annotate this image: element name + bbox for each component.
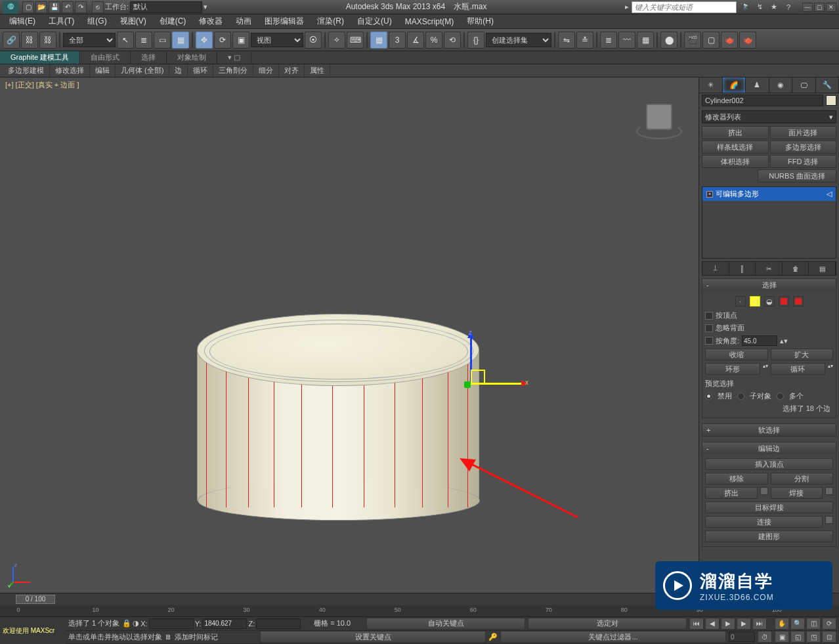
rs-loop[interactable]: 循环 <box>188 64 213 77</box>
viewcube-ring[interactable] <box>636 123 682 139</box>
maxscript-mini[interactable]: 欢迎使用 MAXScr <box>0 617 66 644</box>
editnamed-icon[interactable]: {} <box>467 32 484 49</box>
remove-button[interactable]: 移除 <box>705 473 768 484</box>
current-frame-input[interactable] <box>729 632 755 642</box>
qat-redo-icon[interactable]: ↷ <box>75 1 87 13</box>
rs-edge[interactable]: 边 <box>169 64 188 77</box>
asnap-icon[interactable]: ∡ <box>407 32 424 49</box>
create-tab-icon[interactable]: ✳ <box>699 77 723 93</box>
qat-save-icon[interactable]: 💾 <box>49 1 60 13</box>
shrink-button[interactable]: 收缩 <box>705 349 768 360</box>
iso-icon[interactable]: ◑ <box>133 619 139 628</box>
sellock-button[interactable]: 选定对 <box>528 618 687 630</box>
menu-anim[interactable]: 动画 <box>229 14 258 28</box>
mirror-icon[interactable]: ⇋ <box>558 32 575 49</box>
goto-end-icon[interactable]: ⏭ <box>752 618 767 630</box>
object-color-swatch[interactable] <box>826 95 836 106</box>
close-button[interactable]: ✕ <box>826 3 836 12</box>
curveedit-icon[interactable]: 〰 <box>618 32 635 49</box>
layers-icon[interactable]: ≣ <box>600 32 617 49</box>
mod-nurbs[interactable]: NURBS 曲面选择 <box>758 169 836 182</box>
so-polygon-icon[interactable] <box>779 296 789 307</box>
rs-tri[interactable]: 三角剖分 <box>213 64 253 77</box>
menu-grapheditor[interactable]: 图形编辑器 <box>258 14 311 28</box>
star-icon[interactable]: ★ <box>768 1 780 13</box>
preview-disable-radio[interactable] <box>705 393 712 400</box>
time-slider-handle[interactable]: 0 / 100 <box>16 595 55 604</box>
ribbon-tab-selection[interactable]: 选择 <box>131 51 167 64</box>
y-input[interactable] <box>202 618 247 629</box>
connect-settings-icon[interactable] <box>825 516 833 524</box>
menu-edit[interactable]: 编辑(E) <box>3 14 42 28</box>
rollout-editedge-header[interactable]: -编辑边 <box>702 442 836 454</box>
renderframe-icon[interactable]: ▢ <box>702 32 720 49</box>
menu-maxscript[interactable]: MAXScript(M) <box>398 16 461 28</box>
nav-min-icon[interactable]: ⊡ <box>822 631 836 643</box>
help-icon[interactable]: ? <box>783 1 794 13</box>
motion-tab-icon[interactable]: ◉ <box>769 77 793 93</box>
qat-undo-icon[interactable]: ↶ <box>62 1 74 13</box>
keyfilter-button[interactable]: 关键点过滤器... <box>500 631 726 643</box>
ribbon-tab-graphite[interactable]: Graphite 建模工具 <box>0 51 80 64</box>
timeconfig-icon[interactable]: ⏱ <box>758 631 772 643</box>
setkey-button[interactable]: 设置关键点 <box>260 631 486 643</box>
mod-polysel[interactable]: 多边形选择 <box>770 140 837 154</box>
tool2-icon[interactable]: ↯ <box>754 1 765 13</box>
rs-align[interactable]: 对齐 <box>279 64 305 77</box>
key-icon[interactable]: 🔑 <box>488 633 498 641</box>
create-shape-button[interactable]: 建图形 <box>705 530 833 542</box>
grow-button[interactable]: 扩大 <box>771 349 834 360</box>
menu-tools[interactable]: 工具(T) <box>42 14 81 28</box>
nav-region-icon[interactable]: ◱ <box>790 631 805 643</box>
by-vertex-checkbox[interactable] <box>705 312 713 320</box>
named-selection-dropdown[interactable]: 创建选择集 <box>486 33 551 47</box>
configure-icon[interactable]: ▤ <box>809 262 836 275</box>
x-input[interactable] <box>149 618 194 629</box>
maximize-button[interactable]: ▢ <box>814 3 825 12</box>
extrude-button[interactable]: 挤出 <box>705 487 758 499</box>
menu-views[interactable]: 视图(V) <box>114 14 153 28</box>
angle-input[interactable] <box>742 335 777 346</box>
next-frame-icon[interactable]: ▶ <box>737 618 751 630</box>
keymode-icon[interactable]: ⌨ <box>347 32 364 49</box>
target-weld-button[interactable]: 目标焊接 <box>705 502 833 513</box>
make-unique-icon[interactable]: ✂ <box>756 262 783 275</box>
utilities-tab-icon[interactable]: 🔧 <box>816 77 840 93</box>
remove-mod-icon[interactable]: 🗑 <box>783 262 809 275</box>
link-icon[interactable]: 🔗 <box>3 32 20 49</box>
add-time-tag[interactable]: 添加时间标记 <box>175 632 218 642</box>
viewport-label[interactable]: [+] [正交] [真实 + 边面 ] <box>5 80 79 90</box>
gizmo-xz-plane[interactable] <box>471 370 485 384</box>
autokey-button[interactable]: 自动关键点 <box>366 618 525 630</box>
so-border-icon[interactable]: ◒ <box>764 296 775 307</box>
ring-button[interactable]: 环形 <box>705 363 760 375</box>
display-tab-icon[interactable]: 🖵 <box>792 77 816 93</box>
binoc-icon[interactable]: 🔭 <box>739 1 751 13</box>
nav-fov-icon[interactable]: ◫ <box>806 618 821 630</box>
play-icon[interactable]: ▶ <box>721 618 735 630</box>
nav-pan-icon[interactable]: ✋ <box>775 618 789 630</box>
selname-icon[interactable]: ≣ <box>135 32 152 49</box>
refcoord-dropdown[interactable]: 视图 <box>251 33 303 47</box>
psnap-icon[interactable]: % <box>425 32 442 49</box>
prev-frame-icon[interactable]: ◀ <box>705 618 720 630</box>
menu-help[interactable]: 帮助(H) <box>460 14 500 28</box>
scale-icon[interactable]: ▣ <box>232 32 249 49</box>
matedit-icon[interactable]: ⬤ <box>660 32 678 49</box>
menu-group[interactable]: 组(G) <box>81 14 113 28</box>
window-crossing-icon[interactable]: ▦ <box>172 32 189 49</box>
nav-orbit-icon[interactable]: ⟳ <box>822 618 836 630</box>
rs-edit[interactable]: 编辑 <box>90 64 116 77</box>
so-element-icon[interactable] <box>793 296 804 307</box>
z-input[interactable] <box>256 618 301 629</box>
spinsnap-icon[interactable]: ⟲ <box>444 32 461 49</box>
qat-open-icon[interactable]: 📂 <box>35 1 47 13</box>
rs-geom[interactable]: 几何体 (全部) <box>116 64 169 77</box>
rs-modsel[interactable]: 修改选择 <box>50 64 90 77</box>
search-input[interactable] <box>632 1 737 13</box>
viewport[interactable]: [+] [正交] [真实 + 边面 ] <box>0 77 699 593</box>
modify-tab-icon[interactable]: 🌈 <box>723 77 746 93</box>
rs-polymodel[interactable]: 多边形建模 <box>3 64 50 77</box>
weld-button[interactable]: 焊接 <box>771 487 823 499</box>
gizmo-y-axis[interactable] <box>464 381 471 388</box>
